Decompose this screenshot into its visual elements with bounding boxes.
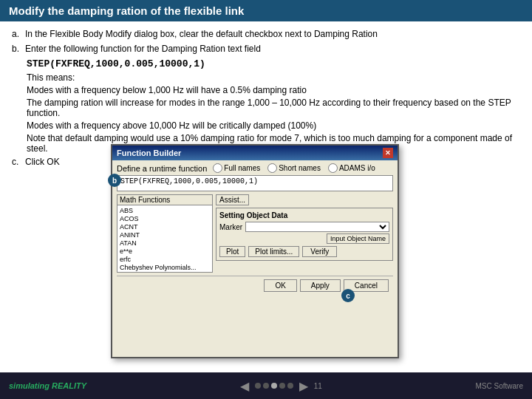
function-builder-dialog: Function Builder ✕ Define a runtime func…: [111, 144, 399, 358]
marker-row: Marker: [219, 222, 389, 232]
plot-verify-row: Plot Plot limits... Verify: [219, 246, 389, 257]
math-list-item[interactable]: ABS: [120, 206, 210, 214]
nav-dot-1[interactable]: [255, 383, 261, 389]
plot-limits-button[interactable]: Plot limits...: [248, 246, 299, 257]
dialog-close-button[interactable]: ✕: [383, 148, 393, 158]
c-annotation-circle: c: [341, 289, 355, 302]
label-c: c.: [12, 157, 25, 167]
math-list-header: Math Functions: [117, 195, 212, 205]
label-a: a.: [12, 29, 25, 39]
apply-button[interactable]: Apply: [300, 279, 341, 292]
prev-arrow[interactable]: ◀: [240, 379, 249, 393]
msc-software-logo: MSC Software: [476, 382, 523, 390]
define-label: Define a runtime function: [117, 164, 207, 173]
nav-dots: [255, 383, 293, 389]
assist-button[interactable]: Assist...: [216, 194, 249, 205]
math-list-item[interactable]: e**e: [120, 247, 210, 255]
radio-short-names[interactable]: Short names: [267, 163, 321, 173]
bottom-bar: simulating REALITY ◀ ▶ 11 MSC Software: [0, 372, 532, 399]
bullet-2: The damping ration will increase for mod…: [27, 98, 520, 118]
verify-button[interactable]: Verify: [302, 246, 337, 257]
function-input-wrapper: b STEP(FXFREQ,1000,0.005,10000,1): [117, 175, 393, 191]
simulating-reality-logo: simulating REALITY: [9, 381, 86, 390]
marker-select[interactable]: [245, 222, 389, 232]
text-b: Enter the following function for the Dam…: [25, 44, 520, 54]
radio-full-names[interactable]: Full names: [213, 163, 260, 173]
bullet-1: Modes with a frequency below 1,000 Hz wi…: [27, 85, 520, 95]
nav-dot-2[interactable]: [263, 383, 269, 389]
bullet-3: Modes with a frequency above 10,000 Hz w…: [27, 120, 520, 131]
math-list-item[interactable]: erfc: [120, 255, 210, 263]
nav-dot-5[interactable]: [287, 383, 293, 389]
list-item-b: b. Enter the following function for the …: [12, 44, 520, 54]
dialog-section: Math Functions ABSACOSACNTANINTATANe**ee…: [117, 194, 393, 273]
code-block: STEP(FXFREQ,1000,0.005,10000,1): [27, 58, 520, 69]
math-list-item[interactable]: Chebyshev Polynomials...: [120, 263, 210, 271]
math-list-item[interactable]: ATAN: [120, 239, 210, 247]
this-means: This means:: [27, 72, 520, 83]
dialog-body: Define a runtime function Full names Sho…: [112, 160, 398, 298]
math-list-item[interactable]: ACNT: [120, 222, 210, 231]
math-list-item[interactable]: ACOS: [120, 214, 210, 222]
text-a: In the Flexible Body Modify dialog box, …: [25, 29, 520, 39]
next-arrow[interactable]: ▶: [299, 379, 308, 393]
math-functions-list: Math Functions ABSACOSACNTANINTATANe**ee…: [117, 194, 213, 273]
radio-adams[interactable]: ADAMS i/o: [328, 163, 375, 173]
setting-object-data: Setting Object Data Marker Input Object …: [216, 208, 393, 261]
nav-dot-3[interactable]: [271, 383, 277, 389]
label-b: b.: [12, 44, 25, 54]
define-row: Define a runtime function Full names Sho…: [117, 163, 393, 173]
setting-title: Setting Object Data: [219, 211, 389, 219]
marker-label: Marker: [219, 223, 242, 231]
bottom-navigation: ◀ ▶ 11: [240, 379, 322, 393]
function-input-field[interactable]: STEP(FXFREQ,1000,0.005,10000,1): [117, 175, 393, 191]
radio-group: Full names Short names ADAMS i/o: [213, 163, 375, 173]
math-list-item[interactable]: ANINT: [120, 231, 210, 239]
b-annotation-circle: b: [108, 174, 121, 187]
ok-button[interactable]: OK: [264, 279, 296, 292]
input-object-name-button[interactable]: Input Object Name: [327, 233, 389, 244]
dialog-titlebar: Function Builder ✕: [112, 146, 398, 160]
page-number: 11: [314, 382, 322, 390]
math-list-items[interactable]: ABSACOSACNTANINTATANe**eerfcChebyshev Po…: [117, 205, 212, 272]
nav-dot-4[interactable]: [279, 383, 285, 389]
page-header: Modify the damping ration of the flexibl…: [0, 0, 532, 21]
list-item-a: a. In the Flexible Body Modify dialog bo…: [12, 29, 520, 39]
math-list-item[interactable]: COS: [120, 271, 210, 272]
page-title: Modify the damping ration of the flexibl…: [9, 4, 244, 17]
dialog-footer: c OK Apply Cancel: [117, 276, 393, 295]
dialog-title: Function Builder: [117, 149, 181, 157]
plot-button[interactable]: Plot: [219, 246, 245, 257]
logo-text: simulating REALITY: [9, 381, 86, 390]
input-obj-row: Input Object Name: [219, 233, 389, 244]
right-panel: Assist... Setting Object Data Marker Inp…: [216, 194, 393, 273]
